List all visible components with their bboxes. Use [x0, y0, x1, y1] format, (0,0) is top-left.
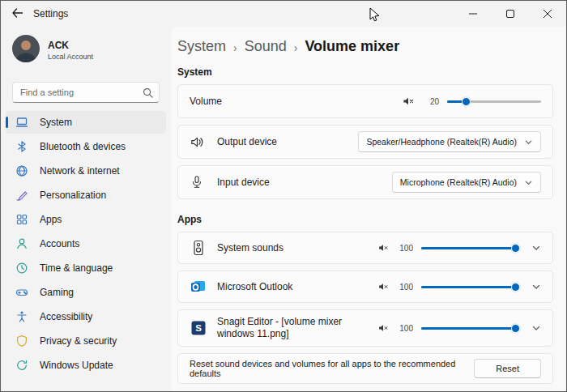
volume-slider-thumb[interactable] [462, 97, 471, 106]
breadcrumb-separator: › [233, 40, 237, 54]
close-button[interactable] [529, 1, 566, 27]
sidebar-item-label: Personalization [40, 190, 106, 201]
output-device-value: Speaker/Headphone (Realtek(R) Audio) [366, 137, 517, 147]
maximize-icon [506, 10, 514, 18]
input-device-dropdown[interactable]: Microphone (Realtek(R) Audio) [392, 172, 541, 193]
user-name: ACK [48, 40, 93, 51]
sidebar-item-system[interactable]: System [6, 111, 166, 134]
apps-grid-icon [15, 213, 28, 226]
caption-buttons [454, 1, 566, 27]
slider-thumb[interactable] [511, 283, 520, 292]
sidebar: ACK Local Account System Bluetooth & [1, 27, 171, 391]
sidebar-item-label: Network & internet [40, 165, 120, 177]
app-name: Snagit Editor - [volume mixer windows 11… [217, 316, 377, 340]
sidebar-item-bluetooth-devices[interactable]: Bluetooth & devices [6, 135, 166, 158]
bluetooth-icon [15, 140, 28, 153]
sidebar-item-windows-update[interactable]: Windows Update [6, 354, 166, 377]
volume-slider[interactable] [447, 96, 541, 106]
sidebar-item-label: Accessibility [40, 311, 92, 322]
app-volume-value: 100 [395, 324, 413, 333]
shield-icon [15, 334, 28, 347]
maximize-button[interactable] [492, 1, 529, 27]
breadcrumb: System › Sound › Volume mixer [177, 38, 553, 55]
minimize-icon [469, 10, 477, 18]
minimize-button[interactable] [454, 1, 492, 27]
expand-row-button[interactable] [520, 243, 541, 253]
clock-icon [15, 262, 28, 275]
sidebar-item-accessibility[interactable]: Accessibility [6, 305, 166, 328]
search-box [12, 82, 160, 103]
input-device-card: Input device Microphone (Realtek(R) Audi… [177, 165, 553, 199]
app-row-snagit-editor: S Snagit Editor - [volume mixer windows … [177, 309, 553, 347]
sidebar-item-accounts[interactable]: Accounts [6, 232, 166, 255]
settings-window: Settings [0, 0, 567, 392]
app-volume-slider[interactable] [421, 323, 515, 333]
output-device-dropdown[interactable]: Speaker/Headphone (Realtek(R) Audio) [358, 131, 541, 152]
outlook-icon [190, 278, 207, 296]
output-device-label: Output device [217, 136, 358, 147]
expand-row-button[interactable] [520, 282, 541, 292]
speaker-output-icon [190, 134, 206, 150]
app-name: System sounds [217, 242, 377, 254]
sidebar-item-label: Time & language [40, 262, 113, 274]
breadcrumb-sound[interactable]: Sound [245, 38, 287, 55]
system-sounds-icon [190, 239, 207, 257]
sidebar-item-gaming[interactable]: Gaming [6, 281, 166, 304]
sidebar-item-privacy-security[interactable]: Privacy & security [6, 330, 166, 352]
sidebar-item-label: Bluetooth & devices [40, 141, 126, 152]
input-device-value: Microphone (Realtek(R) Audio) [400, 177, 517, 187]
user-account-type: Local Account [48, 53, 93, 61]
slider-thumb[interactable] [511, 324, 520, 333]
globe-icon [15, 164, 28, 177]
app-volume-value: 100 [395, 244, 413, 253]
app-mute-toggle[interactable] [377, 322, 389, 334]
accessibility-person-icon [15, 310, 28, 323]
sidebar-item-time-language[interactable]: Time & language [6, 257, 166, 279]
person-icon [15, 237, 28, 250]
chevron-down-icon [531, 243, 541, 253]
sidebar-item-label: Privacy & security [40, 335, 117, 347]
app-mute-toggle[interactable] [377, 242, 389, 254]
title-bar: Settings [1, 1, 566, 27]
page-title: Volume mixer [305, 38, 399, 55]
chevron-down-icon [524, 178, 533, 187]
app-volume-slider[interactable] [421, 282, 515, 292]
main-content: System › Sound › Volume mixer System Vol… [171, 27, 566, 391]
svg-text:S: S [195, 323, 202, 333]
input-device-label: Input device [217, 177, 392, 188]
breadcrumb-separator: › [294, 40, 298, 54]
reset-card: Reset sound devices and volumes for all … [177, 353, 553, 384]
sidebar-item-apps[interactable]: Apps [6, 208, 166, 231]
output-device-card: Output device Speaker/Headphone (Realtek… [177, 125, 553, 159]
sidebar-item-label: Accounts [40, 238, 79, 249]
app-volume-slider[interactable] [421, 243, 515, 253]
back-arrow-icon [11, 6, 23, 21]
sidebar-item-personalization[interactable]: Personalization [6, 184, 166, 207]
volume-label: Volume [190, 96, 402, 107]
reset-description: Reset sound devices and volumes for all … [190, 359, 474, 378]
slider-thumb[interactable] [511, 244, 520, 253]
chevron-down-icon [531, 282, 541, 292]
sidebar-item-network-internet[interactable]: Network & internet [6, 160, 166, 182]
back-button[interactable] [1, 1, 33, 27]
section-title-apps: Apps [177, 214, 553, 225]
search-icon [143, 87, 153, 101]
microphone-icon [190, 175, 206, 190]
system-icon [15, 116, 28, 129]
volume-card: Volume 20 [177, 84, 553, 118]
reset-button[interactable]: Reset [474, 359, 541, 378]
system-mute-toggle[interactable] [402, 95, 415, 108]
chevron-down-icon [524, 138, 533, 147]
game-controller-icon [15, 286, 28, 299]
breadcrumb-system[interactable]: System [177, 38, 226, 55]
app-row-system-sounds: System sounds 100 [177, 232, 553, 264]
search-input[interactable] [12, 82, 160, 103]
brush-icon [15, 189, 28, 202]
sidebar-item-label: Windows Update [40, 360, 113, 371]
window-title: Settings [33, 8, 68, 19]
user-profile[interactable]: ACK Local Account [1, 32, 171, 69]
app-row-microsoft-outlook: Microsoft Outlook 100 [177, 271, 553, 303]
chevron-down-icon [531, 323, 541, 333]
expand-row-button[interactable] [520, 323, 541, 333]
app-mute-toggle[interactable] [377, 281, 389, 292]
